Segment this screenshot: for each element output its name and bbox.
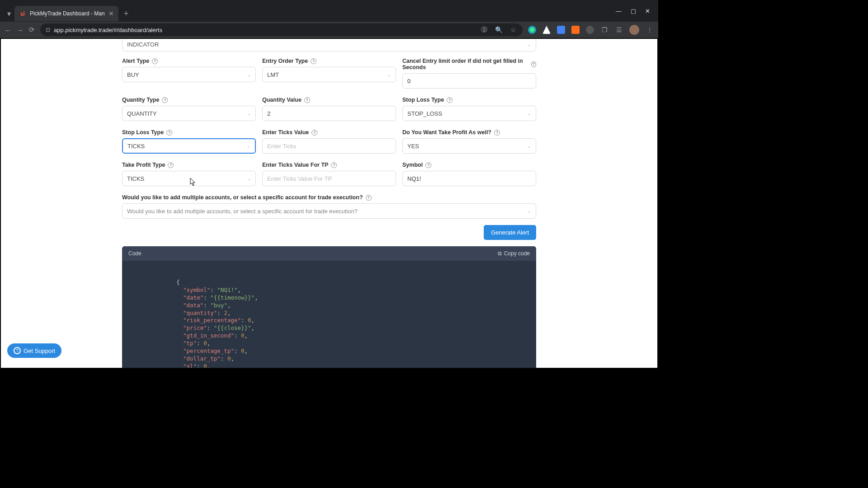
extensions-menu-icon[interactable]: ❐ [600,26,609,34]
quantity-type-label: Quantity Type [122,97,159,103]
reload-icon[interactable]: ⟳ [29,26,35,34]
stop-loss-type-2-label: Stop Loss Type [122,129,164,136]
browser-menu-icon[interactable]: ⋮ [646,26,654,34]
take-profit-type-select[interactable]: TICKS⌄ [122,171,256,186]
close-tab-icon[interactable]: ✕ [108,10,114,17]
indicator-value: INDICATOR [127,41,159,48]
code-title: Code [128,250,142,257]
symbol-label: Symbol [402,162,423,168]
address-bar[interactable]: ⊡ app.pickmytrade.trade/#/dashboard/aler… [40,23,523,36]
chevron-down-icon: ⌄ [527,111,531,117]
back-icon[interactable]: ← [5,26,11,34]
chevron-down-icon: ⌄ [247,111,251,117]
help-icon[interactable]: ? [311,58,316,64]
tab-title: PickMyTrade Dashboard - Man [30,10,105,17]
want-tp-select[interactable]: YES⌄ [402,138,536,154]
extension-icon-2[interactable] [542,26,551,34]
help-icon[interactable]: ? [166,130,172,136]
alert-type-label: Alert Type [122,58,149,64]
help-icon[interactable]: ? [311,130,317,136]
forward-icon[interactable]: → [17,26,24,34]
extension-icon-4[interactable] [571,26,580,34]
quantity-value-label: Quantity Value [262,97,302,103]
alert-type-select[interactable]: BUY⌄ [122,67,256,82]
chevron-down-icon: ⌄ [387,72,391,78]
zoom-icon[interactable]: 🔍 [495,26,503,34]
enter-ticks-tp-input[interactable] [262,171,396,186]
translate-icon[interactable]: ⓖ [480,26,488,34]
chevron-down-icon: ⌄ [246,143,250,149]
chevron-down-icon: ⌄ [527,42,531,47]
tab-search-dropdown[interactable]: ▾ [4,9,14,18]
chevron-down-icon: ⌄ [247,72,251,78]
multi-account-select[interactable]: Would you like to add multiple accounts,… [122,203,536,219]
help-icon[interactable]: ? [425,162,431,168]
support-icon: ? [14,347,21,354]
extension-icon-1[interactable] [528,26,536,34]
code-body: { "symbol": "NQ1!", "date": "{{timenow}}… [122,261,536,368]
help-icon[interactable]: ? [494,130,500,136]
stop-loss-type-2-select[interactable]: TICKS⌄ [122,138,256,154]
help-icon[interactable]: ? [152,58,158,64]
get-support-button[interactable]: ? Get Support [7,343,61,358]
window-controls: ― ▢ ✕ [608,8,658,14]
favicon [19,10,26,17]
chevron-down-icon: ⌄ [527,208,531,214]
quantity-value-input[interactable] [262,106,396,121]
browser-tab-active[interactable]: PickMyTrade Dashboard - Man ✕ [14,6,118,21]
chevron-down-icon: ⌄ [247,176,251,182]
enter-ticks-input[interactable] [262,138,396,154]
entry-order-type-select[interactable]: LMT⌄ [262,67,396,82]
help-icon[interactable]: ? [366,195,372,201]
site-info-icon[interactable]: ⊡ [46,27,50,33]
new-tab-button[interactable]: + [118,9,134,19]
help-icon[interactable]: ? [168,162,174,168]
close-window-icon[interactable]: ✕ [645,8,650,14]
cancel-entry-input[interactable] [402,73,536,89]
cancel-entry-label: Cancel Entry limit order if did not get … [402,58,528,70]
want-tp-label: Do You Want Take Profit As well? [402,129,491,136]
take-profit-type-label: Take Profit Type [122,162,165,168]
page-content: INDICATOR ⌄ Alert Type? BUY⌄ Entry Order… [1,39,657,368]
entry-order-type-label: Entry Order Type [262,58,308,64]
stop-loss-type-select[interactable]: STOP_LOSS⌄ [402,106,536,121]
enter-ticks-label: Enter Ticks Value [262,129,309,136]
browser-nav-bar: ← → ⟳ ⊡ app.pickmytrade.trade/#/dashboar… [0,22,658,38]
extension-icon-5[interactable] [586,26,594,34]
copy-icon: ⧉ [498,250,502,257]
symbol-input[interactable] [402,171,536,186]
reading-list-icon[interactable]: ☰ [615,26,623,34]
quantity-type-select[interactable]: QUANTITY⌄ [122,106,256,121]
help-icon[interactable]: ? [447,97,453,103]
profile-avatar[interactable] [629,25,639,35]
chevron-down-icon: ⌄ [527,143,531,149]
generate-alert-button[interactable]: Generate Alert [484,225,536,240]
enter-ticks-tp-label: Enter Ticks Value For TP [262,162,328,168]
extension-icon-3[interactable] [557,26,565,34]
copy-code-button[interactable]: ⧉ Copy code [498,250,530,257]
multi-account-label: Would you like to add multiple accounts,… [122,194,363,201]
help-icon[interactable]: ? [331,162,337,168]
bookmark-icon[interactable]: ☆ [509,26,517,34]
code-block: Code ⧉ Copy code { "symbol": "NQ1!", "da… [122,246,536,368]
help-icon[interactable]: ? [162,97,168,103]
help-icon[interactable]: ? [531,61,537,67]
minimize-icon[interactable]: ― [616,8,622,14]
help-icon[interactable]: ? [304,97,310,103]
stop-loss-type-label: Stop Loss Type [402,97,444,103]
support-label: Get Support [24,347,55,354]
url-text: app.pickmytrade.trade/#/dashboard/alerts [54,27,476,33]
maximize-icon[interactable]: ▢ [631,8,636,14]
browser-tab-strip: ▾ PickMyTrade Dashboard - Man ✕ + ― ▢ ✕ [0,0,658,22]
copy-code-label: Copy code [504,250,530,257]
viewport: INDICATOR ⌄ Alert Type? BUY⌄ Entry Order… [0,38,658,369]
indicator-select[interactable]: INDICATOR ⌄ [122,39,536,52]
